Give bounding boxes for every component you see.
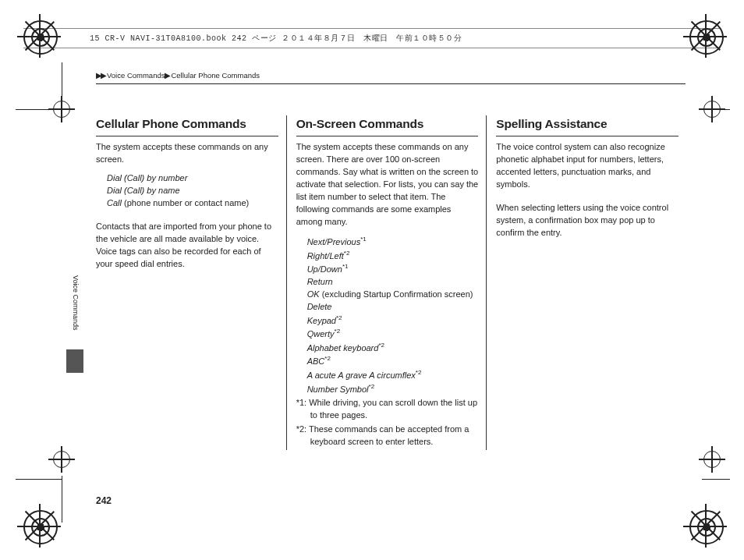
section-title-cellular: Cellular Phone Commands bbox=[96, 115, 278, 136]
cmd-up-down: Up/Down*1 bbox=[307, 262, 479, 276]
column-cellular-phone: Cellular Phone Commands The system accep… bbox=[96, 115, 286, 450]
cmd-dial-name: Dial (Call) by name bbox=[107, 185, 278, 197]
spelling-p1: The voice control system can also recogn… bbox=[496, 141, 678, 191]
breadcrumb-arrows: ▶▶ bbox=[96, 71, 105, 80]
print-meta-text: 15 CR-V NAVI-31T0A8100.book 242 ページ ２０１４… bbox=[90, 33, 462, 44]
cmd-alphabet-keyboard: Alphabet keyboard*2 bbox=[307, 341, 479, 355]
registration-mark-icon bbox=[23, 510, 55, 541]
content-columns: Cellular Phone Commands The system accep… bbox=[96, 115, 686, 450]
cmd-call-prefix: Call bbox=[107, 198, 122, 207]
cmd-call: Call (phone number or contact name) bbox=[107, 197, 278, 210]
side-tab-marker bbox=[66, 349, 83, 373]
cmd-dial-number: Dial (Call) by number bbox=[107, 172, 278, 185]
onscreen-intro: The system accepts these commands on any… bbox=[296, 141, 479, 229]
crop-target-icon bbox=[51, 449, 72, 470]
crop-target-icon bbox=[702, 449, 722, 470]
print-meta-header: 15 CR-V NAVI-31T0A8100.book 242 ページ ２０１４… bbox=[23, 28, 721, 48]
section-title-spelling: Spelling Assistance bbox=[496, 115, 678, 136]
page-number: 242 bbox=[96, 495, 112, 506]
cmd-delete: Delete bbox=[307, 301, 479, 314]
crop-line bbox=[62, 476, 62, 523]
cmd-next-previous: Next/Previous*1 bbox=[307, 235, 479, 249]
cellular-note: Contacts that are imported from your pho… bbox=[96, 221, 278, 271]
crop-line bbox=[16, 479, 62, 480]
cmd-return: Return bbox=[307, 276, 479, 289]
breadcrumb: ▶▶Voice Commands▶Cellular Phone Commands bbox=[96, 71, 260, 80]
cmd-ok: OK (excluding Startup Confirmation scree… bbox=[307, 289, 479, 301]
section-title-onscreen: On-Screen Commands bbox=[296, 115, 479, 136]
horizontal-rule bbox=[96, 83, 686, 84]
cmd-keypad: Keypad*2 bbox=[307, 314, 479, 328]
cmd-call-rest: (phone number or contact name) bbox=[122, 198, 249, 207]
footnote-1: *1: While driving, you can scroll down t… bbox=[296, 397, 479, 422]
crop-line bbox=[16, 109, 62, 110]
registration-mark-icon bbox=[23, 20, 55, 51]
cellular-intro: The system accepts these commands on any… bbox=[96, 141, 278, 166]
breadcrumb-level1: Voice Commands bbox=[107, 71, 165, 80]
spelling-p2: When selecting letters using the voice c… bbox=[496, 202, 678, 239]
cmd-qwerty: Qwerty*2 bbox=[307, 327, 479, 341]
cellular-command-list: Dial (Call) by number Dial (Call) by nam… bbox=[96, 172, 278, 210]
onscreen-command-list: Next/Previous*1 Right/Left*2 Up/Down*1 R… bbox=[296, 235, 479, 395]
side-tab-label: Voice Commands bbox=[72, 275, 80, 331]
crop-line bbox=[702, 479, 730, 480]
crop-line bbox=[702, 109, 730, 110]
registration-mark-icon bbox=[689, 510, 721, 541]
column-onscreen: On-Screen Commands The system accepts th… bbox=[286, 115, 487, 450]
cmd-abc: ABC*2 bbox=[307, 354, 479, 368]
breadcrumb-level2: Cellular Phone Commands bbox=[171, 71, 260, 80]
crop-line bbox=[62, 62, 62, 111]
column-spelling: Spelling Assistance The voice control sy… bbox=[486, 115, 686, 450]
cmd-number-symbol: Number Symbol*2 bbox=[307, 382, 479, 396]
registration-mark-icon bbox=[689, 20, 721, 51]
cmd-accents: A acute A grave A circumflex*2 bbox=[307, 368, 479, 382]
cmd-right-left: Right/Left*2 bbox=[307, 249, 479, 263]
breadcrumb-sep: ▶ bbox=[165, 71, 169, 80]
footnote-2: *2: These commands can be accepted from … bbox=[296, 424, 479, 448]
